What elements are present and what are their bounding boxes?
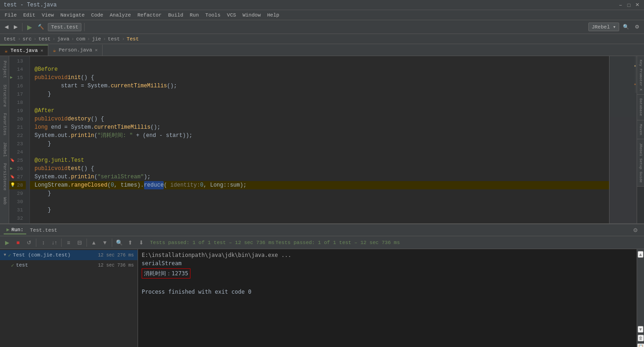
line-18: 18 <box>9 98 26 107</box>
code-line-28: LongStream.rangeClosed(0, times).reduce(… <box>30 181 609 189</box>
line-24: 24 <box>9 148 26 156</box>
line-26: ▶26 <box>9 165 26 173</box>
import-button[interactable]: ⬇ <box>136 238 146 248</box>
menu-item-navigate[interactable]: Navigate <box>58 11 87 19</box>
minimize-button[interactable]: − <box>617 2 624 8</box>
breadcrumb-Test[interactable]: Test <box>126 36 138 42</box>
menu-item-window[interactable]: Window <box>240 11 264 19</box>
persistence-tool[interactable]: Persistence <box>1 160 8 193</box>
editor-wrapper: Project Structure Favorites JRebel Persi… <box>0 56 644 347</box>
code-line-13 <box>30 57 609 65</box>
tab-close-1[interactable]: ✕ <box>40 48 43 53</box>
minimap <box>609 56 637 223</box>
tree-label-2: test <box>16 262 28 268</box>
run-stop-button[interactable]: ■ <box>13 238 23 248</box>
breadcrumb-test2[interactable]: test <box>38 36 50 42</box>
breadcrumb-test[interactable]: test <box>4 36 16 42</box>
sort-button[interactable]: ↕ <box>38 238 48 248</box>
breadcrumb-test3[interactable]: test <box>108 36 120 42</box>
line-numbers: 13 14 ▶15 16 17 18 19 20 21 22 23 24 🔖25… <box>9 56 30 223</box>
export-button[interactable]: ⬆ <box>125 238 135 248</box>
tab-test-java[interactable]: ☕ Test.java ✕ <box>0 45 48 56</box>
web-tool[interactable]: Web <box>1 194 8 207</box>
run-sep-2 <box>61 239 62 247</box>
run-sep-1 <box>36 239 36 247</box>
build-button[interactable]: 🔨 <box>36 23 46 31</box>
run-output: E:\installationpath\java\jdk\bin\java.ex… <box>138 249 637 347</box>
menu-item-code[interactable]: Code <box>88 11 106 19</box>
line-19: 19 <box>9 107 26 115</box>
breadcrumb-jie[interactable]: jie <box>92 36 101 42</box>
menu-item-analyze[interactable]: Analyze <box>107 11 133 19</box>
code-line-32 <box>30 214 609 222</box>
menu-item-edit[interactable]: Edit <box>20 11 38 19</box>
tab-label-2: Person.java <box>59 47 92 53</box>
structure-tool[interactable]: Structure <box>1 82 8 110</box>
tab-close-2[interactable]: ✕ <box>95 47 98 53</box>
menu-item-file[interactable]: File <box>2 11 19 19</box>
menubar: FileEditViewNavigateCodeAnalyzeRefactorB… <box>0 10 644 20</box>
tree-item-test-method[interactable]: ✓ test 12 sec 736 ms <box>0 260 138 270</box>
back-button[interactable]: ◀ <box>3 23 10 31</box>
scroll-up-button[interactable]: ▲ <box>638 251 644 258</box>
project-tool[interactable]: Project <box>1 58 8 81</box>
code-line-23: } <box>30 140 609 148</box>
close-button[interactable]: ✕ <box>634 2 640 8</box>
line-15: ▶15 <box>9 74 26 82</box>
breadcrumb-java[interactable]: java <box>57 36 69 42</box>
titlebar-title: test - Test.java <box>4 2 57 8</box>
tab-label-1: Test.java <box>11 48 38 53</box>
menu-item-run[interactable]: Run <box>187 11 201 19</box>
code-line-27: System.out.println("serialStream"); <box>30 173 609 181</box>
menu-item-view[interactable]: View <box>39 11 57 19</box>
right-tab-keypromoter[interactable]: Key Promoter X <box>637 56 644 95</box>
output-empty <box>142 279 633 288</box>
code-line-19: @After <box>30 107 609 115</box>
menu-item-tools[interactable]: Tools <box>202 11 223 19</box>
scroll-down-button[interactable]: ▼ <box>638 326 644 333</box>
tree-duration-2: 12 sec 736 ms <box>98 263 134 268</box>
maximize-button[interactable]: □ <box>626 2 632 8</box>
search-button[interactable]: 🔍 <box>621 23 631 31</box>
tab-person-java[interactable]: ☕ Person.java ✕ <box>48 45 103 56</box>
run-config[interactable]: Test.test <box>48 23 81 31</box>
menu-item-help[interactable]: Help <box>264 11 282 19</box>
jrebel-badge[interactable]: JRebel ▾ <box>588 23 619 31</box>
collapse-button[interactable]: ⊟ <box>75 238 85 248</box>
right-tab-jrebel-guide[interactable]: JRebel Setup Guide <box>637 139 644 187</box>
run-tab-run[interactable]: ▶ Run: <box>4 226 26 234</box>
breadcrumb-src[interactable]: src <box>23 36 32 42</box>
jrebel-tool[interactable]: JRebel <box>1 139 8 159</box>
run-button[interactable]: ▶ <box>25 23 34 32</box>
down-button[interactable]: ▼ <box>100 238 110 248</box>
line-27: 🔖27 <box>9 173 26 181</box>
run-settings-button[interactable]: ⚙ <box>630 225 640 235</box>
run-panel: ▶ Run: Test.test ⚙ ▶ ■ ↺ ↕ ↓↑ ≡ ⊟ ▲ ▼ 🔍 … <box>0 223 644 347</box>
favorites-tool[interactable]: Favorites <box>1 110 8 138</box>
settings-button[interactable]: ⚙ <box>633 23 641 31</box>
run-play-button[interactable]: ▶ <box>2 238 12 248</box>
output-time: 消耗时间：12735 <box>142 268 190 279</box>
breadcrumb: test › src › test › java › com › jie › t… <box>0 34 644 44</box>
line-16: 16 <box>9 82 26 90</box>
expand-button[interactable]: ≡ <box>63 238 74 248</box>
line-32: 32 <box>9 214 26 222</box>
forward-button[interactable]: ▶ <box>12 23 19 31</box>
code-content[interactable]: @Before public void init() { start = Sys… <box>30 56 609 223</box>
right-tab-database[interactable]: Database <box>637 95 644 120</box>
clear-button[interactable]: 🗑 <box>638 335 644 341</box>
menu-item-refactor[interactable]: Refactor <box>135 11 165 19</box>
copy-output-button[interactable]: 📋 <box>637 343 644 347</box>
right-tab-maven[interactable]: Maven <box>637 120 644 139</box>
left-tools: Project Structure Favorites JRebel Persi… <box>0 56 9 223</box>
up-button[interactable]: ▲ <box>89 238 99 248</box>
sort2-button[interactable]: ↓↑ <box>49 238 59 248</box>
run-rerun-button[interactable]: ↺ <box>24 238 34 248</box>
breadcrumb-com[interactable]: com <box>76 36 85 42</box>
tree-arrow-1: ▼ <box>4 253 6 257</box>
menu-item-vcs[interactable]: VCS <box>224 11 239 19</box>
menu-item-build[interactable]: Build <box>165 11 186 19</box>
code-line-17: } <box>30 90 609 98</box>
search-run-button[interactable]: 🔍 <box>114 238 124 248</box>
tree-item-test-class[interactable]: ▼ ✓ Test (com.jie.test) 12 sec 276 ms <box>0 250 138 260</box>
